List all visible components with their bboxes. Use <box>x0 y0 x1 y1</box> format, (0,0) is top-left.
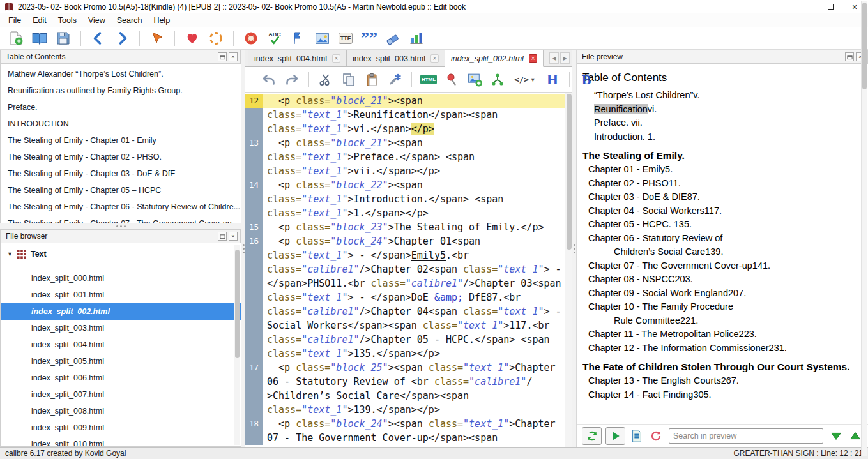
undo-icon[interactable] <box>261 71 277 88</box>
code-row[interactable]: 16 <p class="block_24">Chapter 01<span <box>245 234 565 248</box>
copy-icon[interactable] <box>340 71 357 88</box>
insert-tag-tree-icon[interactable] <box>489 71 506 88</box>
float-window-icon[interactable] <box>218 232 227 241</box>
code-row[interactable]: 07 - The Government Cover-up</span><span <box>245 431 565 445</box>
maximize-icon[interactable] <box>818 0 842 13</box>
code-row[interactable]: class="text_1">139.</span></p> <box>245 403 565 417</box>
scroll-tabs-right-icon[interactable]: ▶ <box>560 52 570 64</box>
file-item[interactable]: index_split_010.html <box>1 436 241 446</box>
code-editor[interactable]: 12 <p class="block_21"><spanclass="text_… <box>245 93 572 447</box>
editor-tab[interactable]: index_split_002.html× <box>445 50 544 67</box>
code-row[interactable]: class="text_1">Introduction.</span> <spa… <box>245 192 565 206</box>
menu-help[interactable]: Help <box>148 13 176 27</box>
code-row[interactable]: 14 <p class="block_22"><span <box>245 178 565 192</box>
toc-item[interactable]: The Stealing of Emily - Chapter 03 - DoE… <box>1 165 241 182</box>
preview-search-input[interactable] <box>669 428 823 444</box>
redo-icon[interactable] <box>284 71 300 88</box>
scroll-tabs-left-icon[interactable]: ◀ <box>549 52 559 64</box>
code-row[interactable]: </span>PHSO11.<br class="calibre1"/>Chap… <box>245 276 565 290</box>
html-file-icon[interactable]: HTML <box>420 71 437 88</box>
forward-icon[interactable] <box>114 30 130 47</box>
insert-image-icon[interactable] <box>466 71 483 88</box>
minimize-icon[interactable]: — <box>794 0 818 13</box>
text-section-row[interactable]: ▼ Text <box>1 243 241 262</box>
code-row[interactable]: class="text_1">Reunification</span><span <box>245 108 565 122</box>
code-row[interactable]: class="text_1">Preface.</span> <span <box>245 150 565 164</box>
reload-icon[interactable] <box>648 428 664 444</box>
smarten-punctuation-icon[interactable]: ”” <box>361 30 377 47</box>
preview-content[interactable]: Table of Contents“Thorpe’s Lost Children… <box>577 64 868 424</box>
back-icon[interactable] <box>90 30 107 47</box>
float-window-icon[interactable] <box>845 52 854 61</box>
toc-item[interactable]: The Stealing of Emily - Chapter 01 - Emi… <box>1 132 241 149</box>
save-icon[interactable] <box>55 30 72 47</box>
insert-special-character-icon[interactable] <box>386 71 403 88</box>
file-item[interactable]: index_split_001.html <box>1 287 241 303</box>
file-item[interactable]: index_split_006.html <box>1 370 241 386</box>
marker-pin-icon[interactable] <box>443 71 460 88</box>
code-row[interactable]: class="text_1">vii.</span></p> <box>245 164 565 178</box>
toc-item[interactable]: The Stealing of Emily - Chapter 02 - PHS… <box>1 149 241 165</box>
file-item[interactable]: index_split_009.html <box>1 419 241 436</box>
toc-item[interactable]: The Stealing of Emily - Chapter 05 – HCP… <box>1 182 241 199</box>
code-row[interactable]: 15 <p class="block_23">The Stealing of E… <box>245 220 565 234</box>
float-window-icon[interactable] <box>218 52 227 61</box>
toc-scrollbar[interactable] <box>861 1 867 456</box>
editor-tab[interactable]: index_split_003.html× <box>346 50 445 66</box>
bold-icon[interactable]: B <box>578 71 595 88</box>
file-browser-scrollbar[interactable] <box>234 245 240 445</box>
code-row[interactable]: class="text_1"> - </span>Emily5.<br <box>245 248 565 262</box>
tab-close-icon[interactable]: × <box>529 54 537 63</box>
menu-view[interactable]: View <box>82 13 111 27</box>
editor-tab[interactable]: index_split_004.html× <box>248 50 347 66</box>
open-book-icon[interactable] <box>31 30 48 47</box>
check-book-icon[interactable] <box>243 30 259 47</box>
file-item[interactable]: index_split_000.html <box>1 270 241 287</box>
close-panel-icon[interactable]: × <box>229 232 238 241</box>
find-next-icon[interactable] <box>828 428 844 444</box>
new-file-icon[interactable] <box>8 30 24 47</box>
donate-heart-icon[interactable] <box>184 30 201 47</box>
saved-position-icon[interactable] <box>149 30 165 47</box>
toc-item[interactable]: The Stealing of Emily - Chapter 07 - The… <box>1 215 241 223</box>
code-row[interactable]: class="text_1">135.</span></p> <box>245 347 565 361</box>
code-row[interactable]: class="calibre1"/>Chapter 05 - HCPC.</sp… <box>245 333 565 347</box>
tab-close-icon[interactable]: × <box>332 54 340 63</box>
code-row[interactable]: class="text_1">1.</span></p> <box>245 206 565 220</box>
code-block-dropdown-icon[interactable]: </> ▼ <box>512 71 538 88</box>
code-row[interactable]: class="calibre1"/>Chapter 02<span class=… <box>245 262 565 276</box>
edit-images-icon[interactable] <box>314 30 330 47</box>
code-row[interactable]: 06 - Statutory Review of <br class="cali… <box>245 375 565 389</box>
toc-item[interactable]: The Stealing of Emily - Chapter 06 - Sta… <box>1 199 241 215</box>
spellcheck-icon[interactable]: ABC <box>266 30 283 47</box>
toc-item[interactable]: INTRODUCTION <box>1 116 241 132</box>
manage-fonts-icon[interactable]: TTF <box>337 30 354 47</box>
refresh-circle-icon[interactable] <box>208 30 224 47</box>
code-row[interactable]: 12 <p class="block_21"><span <box>245 94 565 108</box>
file-item[interactable]: index_split_005.html <box>1 353 241 370</box>
paste-icon[interactable] <box>363 71 380 88</box>
code-row[interactable]: 13 <p class="block_21"><span <box>245 136 565 150</box>
heading-icon[interactable]: H <box>544 71 561 88</box>
tab-close-icon[interactable]: × <box>430 54 439 63</box>
arrange-into-folders-icon[interactable] <box>290 30 307 47</box>
menu-file[interactable]: File <box>3 13 27 27</box>
editor-scrollbar-thumb[interactable] <box>567 94 572 250</box>
eraser-icon[interactable] <box>385 30 401 47</box>
menu-search[interactable]: Search <box>111 13 148 27</box>
file-item[interactable]: index_split_002.html <box>1 303 241 320</box>
refresh-preview-button[interactable] <box>582 427 602 445</box>
code-row[interactable]: 17 <p class="block_25"><span class="text… <box>245 361 565 375</box>
file-item[interactable]: index_split_004.html <box>1 336 241 353</box>
toc-scrollbar-thumb[interactable] <box>862 3 867 89</box>
chevron-down-icon[interactable]: ▼ <box>7 251 13 257</box>
file-item[interactable]: index_split_003.html <box>1 320 241 336</box>
file-browser-scrollbar-thumb[interactable] <box>235 250 240 358</box>
close-panel-icon[interactable]: × <box>229 52 238 61</box>
toc-item[interactable]: Preface. <box>1 99 241 116</box>
toc-item[interactable]: Mathew Alexander “Thorpe’s Lost Children… <box>1 66 241 82</box>
file-item[interactable]: index_split_008.html <box>1 403 241 419</box>
menu-edit[interactable]: Edit <box>27 13 52 27</box>
file-item[interactable]: index_split_007.html <box>1 386 241 403</box>
code-row[interactable]: class="text_1"> - </span>DoE &amp; DfE87… <box>245 290 565 305</box>
